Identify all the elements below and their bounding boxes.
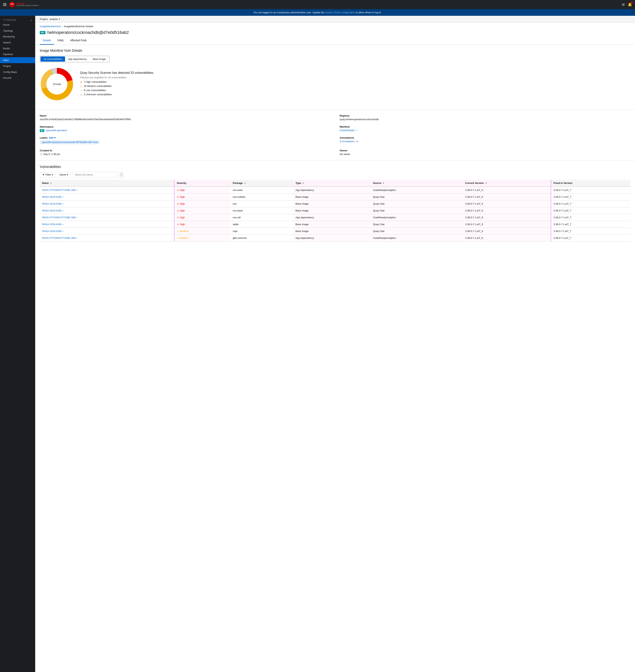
vuln-name-link[interactable]: RHSA-2019:4190 [42, 209, 62, 212]
sort-current-icon[interactable]: ⇕ [485, 182, 487, 184]
labels-edit-link[interactable]: Edit ✏ [49, 136, 56, 139]
severity-badge: ⚠ Medium [177, 237, 228, 240]
bell-icon[interactable]: 🔔 [628, 2, 632, 7]
cell-fixed-version: 3.36.0-7.1.el7_7 [551, 228, 631, 234]
filter-button[interactable]: ▼ Filter ▾ [40, 172, 56, 177]
cell-package: nss [231, 200, 293, 207]
external-icon: ↗ [62, 196, 63, 198]
meta-labels: Labels Edit ✏ openshift-operators/cockro… [40, 136, 331, 144]
sidebar-item-search[interactable]: Search [0, 40, 35, 45]
sort-source-icon[interactable]: ⇕ [383, 182, 384, 184]
cell-source: CodeReadyAnalytics [371, 234, 463, 242]
col-header-fixed-version: Fixed in Version [551, 180, 631, 186]
severity-badge: ⚠ High [177, 216, 228, 219]
warn-high-icon: ⚠ [80, 81, 83, 84]
cell-current-version: 3.36.0-7.1.el7_6 [463, 200, 551, 207]
details-section-title: Image Manifest Vuln Details [40, 49, 631, 53]
cell-package: nss-softokn [231, 194, 293, 200]
filter-tab-all[interactable]: All vulnerabilities [41, 57, 65, 62]
meta-created-at-value: 🕐 Sep 9, 1:38 pm [40, 153, 331, 156]
sort-severity-icon[interactable]: ↑ [188, 182, 189, 184]
project-dropdown-icon: ▼ [59, 18, 61, 20]
col-header-name: Name ⇕ [40, 180, 174, 186]
sidebar-group-header[interactable]: IT Preview ▲ [0, 17, 35, 22]
tab-yaml[interactable]: YAML [54, 37, 67, 45]
severity-badge: ⚠ High [177, 196, 228, 198]
sort-package-icon[interactable]: ⇕ [244, 182, 246, 184]
namespace-link[interactable]: openshift-operators [46, 129, 67, 132]
breadcrumb: ImageManifestVuln › ImageManifestVuln De… [35, 23, 635, 28]
notif-link[interactable]: cluster OAuth configuration [325, 11, 355, 14]
sort-type-icon[interactable]: ⇕ [303, 182, 304, 184]
sidebar-item-topology[interactable]: Topology [0, 28, 35, 33]
annotations-edit-icon: ✏ [356, 140, 358, 143]
vuln-name-link[interactable]: RHSA-2019:4190 [42, 230, 62, 232]
col-header-package: Package ⇕ [231, 180, 293, 186]
vuln-name-link[interactable]: SNYK-PYTHON-PYYAML-566 [42, 188, 75, 192]
sidebar-item-configmaps[interactable]: Config Maps [0, 69, 35, 75]
meta-name: Name sha256.d7e0d516ab2c8ed5b17d0bff6e5b… [40, 114, 331, 121]
cell-severity: ⚠ High [174, 214, 231, 221]
cell-severity: ⚠ High [174, 207, 231, 214]
col-header-type: Type ⇕ [293, 180, 371, 186]
grid-icon[interactable]: ⊞ [622, 2, 625, 7]
meta-labels-label: Labels Edit ✏ [40, 136, 331, 139]
stat-low-text: 8 Low vulnerabilities [84, 89, 106, 92]
cell-current-version: 3.36.0-7.1.el7_6 [463, 214, 551, 221]
manifest-link[interactable]: d7e0d516ab2 [340, 129, 355, 132]
search-input[interactable] [72, 172, 118, 177]
vuln-filter-tabs: All vulnerabilities App dependency Base … [40, 56, 110, 62]
vuln-name-link[interactable]: RHSA-2019:4190 [42, 223, 62, 226]
table-row: RHSA-2019:4190↗⚠ HighsqliteBase imageQua… [40, 221, 631, 228]
cell-type: Base image [293, 194, 371, 200]
vuln-name-link[interactable]: SNYK-PYTHON-PYYAML-566 [42, 216, 75, 219]
sidebar-item-secrets[interactable]: Secrets [0, 75, 35, 81]
donut-chart: 33 total [40, 67, 74, 101]
external-icon: ↗ [76, 237, 78, 239]
sort-name-icon[interactable]: ⇕ [50, 182, 52, 184]
project-select[interactable]: andrew ▼ [50, 18, 61, 21]
sidebar-item-monitoring[interactable]: Monitoring [0, 33, 35, 40]
table-row: SNYK-PYTHON-PYYAML-566↗⚠ Highnss-toolsAp… [40, 186, 631, 194]
sidebar-item-helm[interactable]: Helm [0, 57, 35, 63]
meta-created-at-label: Created At [40, 149, 331, 152]
sidebar-item-builds[interactable]: Builds [0, 45, 35, 51]
warn-medium-icon: ⚠ [80, 85, 83, 88]
vuln-section-title: Vulnerabilities [40, 165, 631, 169]
severity-badge: ⚠ Medium [177, 230, 228, 232]
name-dropdown[interactable]: Name ▾ [57, 172, 71, 177]
external-icon: ↗ [76, 217, 78, 219]
cell-fixed-version: 3.36.0-7.1.el7_7 [551, 207, 631, 214]
cell-source: Quay Clair [371, 228, 463, 234]
annotations-link[interactable]: 0 Annotations [340, 140, 355, 143]
logo-text: Red Hat OpenShift Container Platform [16, 2, 39, 7]
hamburger-menu[interactable] [3, 3, 7, 6]
table-row: RHSA-2019:4190↗⚠ MediumnsprBase imageQua… [40, 228, 631, 234]
vuln-name-link[interactable]: RHSA-2019:4190 [42, 202, 62, 205]
cell-package: sqlite [231, 221, 293, 228]
tab-details[interactable]: Details [40, 37, 54, 45]
tab-affected-pods[interactable]: Affected Pods [67, 37, 90, 45]
cell-source: Quay Clair [371, 194, 463, 200]
ns-badge: NS [40, 129, 44, 132]
divider-2 [35, 160, 635, 160]
sidebar-item-home[interactable]: Home [0, 22, 35, 28]
breadcrumb-parent[interactable]: ImageManifestVuln [40, 25, 61, 28]
filter-tab-app[interactable]: App dependency [65, 57, 90, 62]
vuln-name-link[interactable]: SNYK-PYTHON-PYYAML-566 [42, 237, 75, 240]
cell-type: Base image [293, 221, 371, 228]
patches-text: Patches are available for 33 vulnerabili… [80, 76, 154, 79]
col-header-current-version: Current Version ⇕ [463, 180, 551, 186]
vuln-name-link[interactable]: RHSA-2019:4190 [42, 196, 62, 198]
search-button[interactable]: / [119, 172, 123, 177]
external-icon: ↗ [62, 210, 63, 212]
cell-severity: ⚠ High [174, 200, 231, 207]
sidebar-item-pipelines[interactable]: Pipelines [0, 51, 35, 57]
meta-registry-value: quay.io/helmoperators/cockroachdb [340, 118, 631, 121]
top-bar: RH Red Hat OpenShift Container Platform … [0, 0, 635, 9]
meta-manifest-label: Manifest [340, 125, 631, 128]
notification-banner: You are logged in as a temporary adminis… [0, 9, 635, 16]
filter-tab-base[interactable]: Base image [90, 57, 109, 62]
project-bar: Project: andrew ▼ [35, 16, 635, 23]
sidebar-item-project[interactable]: Project [0, 63, 35, 69]
